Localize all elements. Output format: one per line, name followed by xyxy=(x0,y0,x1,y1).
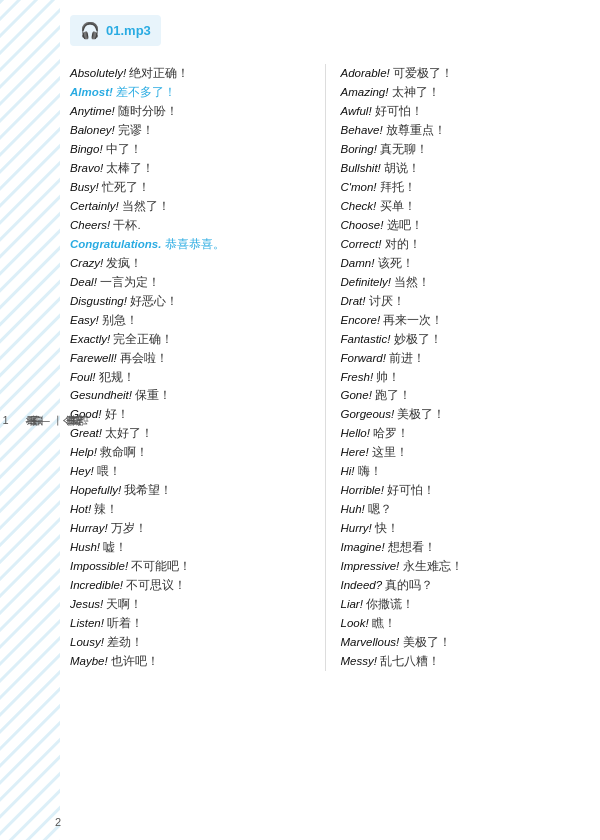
list-item: C'mon! 拜托！ xyxy=(341,178,581,197)
word-english: Adorable! xyxy=(341,67,390,79)
word-english: Messy! xyxy=(341,655,377,667)
word-chinese: 美极了！ xyxy=(397,408,445,420)
list-item: Bullshit! 胡说！ xyxy=(341,159,581,178)
list-item: Amazing! 太神了！ xyxy=(341,83,581,102)
word-english: Farewell! xyxy=(70,352,117,364)
page-number: 2 xyxy=(55,816,61,828)
word-english: Easy! xyxy=(70,314,99,326)
list-item: Boring! 真无聊！ xyxy=(341,140,581,159)
word-chinese: 不可能吧！ xyxy=(131,560,191,572)
word-chinese: 嗯？ xyxy=(368,503,392,515)
word-english: Fantastic! xyxy=(341,333,391,345)
list-item: Gorgeous! 美极了！ xyxy=(341,405,581,424)
word-english: Boring! xyxy=(341,143,377,155)
list-item: Messy! 乱七八糟！ xyxy=(341,652,581,671)
word-chinese: 我希望！ xyxy=(124,484,172,496)
audio-header[interactable]: 🎧 01.mp3 xyxy=(70,15,161,46)
word-chinese: 好恶心！ xyxy=(130,295,178,307)
word-english: Awful! xyxy=(341,105,372,117)
word-english: Forward! xyxy=(341,352,386,364)
word-english: Drat! xyxy=(341,295,366,307)
list-item: Hi! 嗨！ xyxy=(341,462,581,481)
list-item: Hurray! 万岁！ xyxy=(70,519,310,538)
word-chinese: 保重！ xyxy=(135,389,171,401)
list-item: Jesus! 天啊！ xyxy=(70,595,310,614)
list-item: Help! 救命啊！ xyxy=(70,443,310,462)
word-english: Definitely! xyxy=(341,276,392,288)
word-english: Marvellous! xyxy=(341,636,400,648)
word-chinese: 好！ xyxy=(105,408,129,420)
list-item: Incredible! 不可思议！ xyxy=(70,576,310,595)
word-english: Check! xyxy=(341,200,377,212)
list-item: Imagine! 想想看！ xyxy=(341,538,581,557)
list-item: Forward! 前进！ xyxy=(341,349,581,368)
list-item: Horrible! 好可怕！ xyxy=(341,481,581,500)
list-item: Impressive! 永生难忘！ xyxy=(341,557,581,576)
list-item: Easy! 别急！ xyxy=(70,311,310,330)
word-chinese: 快！ xyxy=(375,522,399,534)
word-chinese: 别急！ xyxy=(102,314,138,326)
word-chinese: 忙死了！ xyxy=(102,181,150,193)
list-item: Crazy! 发疯！ xyxy=(70,254,310,273)
word-chinese: 真的吗？ xyxy=(385,579,433,591)
list-item: Maybe! 也许吧！ xyxy=(70,652,310,671)
filename: 01.mp3 xyxy=(106,23,151,38)
word-english: Congratulations. xyxy=(70,238,161,250)
word-chinese: 拜托！ xyxy=(380,181,416,193)
word-chinese: 犯规！ xyxy=(99,371,135,383)
list-item: Damn! 该死！ xyxy=(341,254,581,273)
word-english: Gone! xyxy=(341,389,372,401)
word-english: Anytime! xyxy=(70,105,115,117)
word-english: Hi! xyxy=(341,465,355,477)
list-item: Correct! 对的！ xyxy=(341,235,581,254)
word-english: Fresh! xyxy=(341,371,374,383)
list-item: Baloney! 完谬！ xyxy=(70,121,310,140)
word-chinese: 真无聊！ xyxy=(380,143,428,155)
word-chinese: 随时分吩！ xyxy=(118,105,178,117)
list-item: Check! 买单！ xyxy=(341,197,581,216)
list-item: Impossible! 不可能吧！ xyxy=(70,557,310,576)
list-item: Hey! 喂！ xyxy=(70,462,310,481)
list-item: Exactly! 完全正确！ xyxy=(70,330,310,349)
word-chinese: 太神了！ xyxy=(392,86,440,98)
right-column: Adorable! 可爱极了！Amazing! 太神了！Awful! 好可怕！B… xyxy=(341,64,581,671)
list-item: Indeed? 真的吗？ xyxy=(341,576,581,595)
list-item: Behave! 放尊重点！ xyxy=(341,121,581,140)
word-chinese: 选吧！ xyxy=(387,219,423,231)
list-item: Definitely! 当然！ xyxy=(341,273,581,292)
word-chinese: 买单！ xyxy=(380,200,416,212)
list-item: Gone! 跑了！ xyxy=(341,386,581,405)
list-item: Lousy! 差劲！ xyxy=(70,633,310,652)
word-chinese: 想想看！ xyxy=(388,541,436,553)
word-english: Amazing! xyxy=(341,86,389,98)
word-chinese: 一言为定！ xyxy=(100,276,160,288)
word-english: Good! xyxy=(70,408,101,420)
word-chinese: 也许吧！ xyxy=(111,655,159,667)
list-item: Huh! 嗯？ xyxy=(341,500,581,519)
word-chinese: 好可怕！ xyxy=(375,105,423,117)
word-chinese: 恭喜恭喜。 xyxy=(165,238,225,250)
list-item: Anytime! 随时分吩！ xyxy=(70,102,310,121)
list-item: Adorable! 可爱极了！ xyxy=(341,64,581,83)
list-item: Hopefully! 我希望！ xyxy=(70,481,310,500)
word-chinese: 这里！ xyxy=(372,446,408,458)
word-english: Liar! xyxy=(341,598,363,610)
word-chinese: 发疯！ xyxy=(106,257,142,269)
list-item: Listen! 听着！ xyxy=(70,614,310,633)
list-item: Drat! 讨厌！ xyxy=(341,292,581,311)
word-chinese: 跑了！ xyxy=(375,389,411,401)
headphone-icon: 🎧 xyxy=(80,21,100,40)
word-english: Incredible! xyxy=(70,579,123,591)
word-english: Choose! xyxy=(341,219,384,231)
list-item: Farewell! 再会啦！ xyxy=(70,349,310,368)
list-item: Bravo! 太棒了！ xyxy=(70,159,310,178)
word-chinese: 该死！ xyxy=(378,257,414,269)
word-english: C'mon! xyxy=(341,181,377,193)
list-item: Cheers! 干杯. xyxy=(70,216,310,235)
word-list: Absolutely! 绝对正确！Almost! 差不多了！Anytime! 随… xyxy=(70,64,580,671)
word-english: Deal! xyxy=(70,276,97,288)
word-chinese: 你撒谎！ xyxy=(366,598,414,610)
list-item: Busy! 忙死了！ xyxy=(70,178,310,197)
word-english: Hey! xyxy=(70,465,94,477)
word-chinese: 嗨！ xyxy=(358,465,382,477)
